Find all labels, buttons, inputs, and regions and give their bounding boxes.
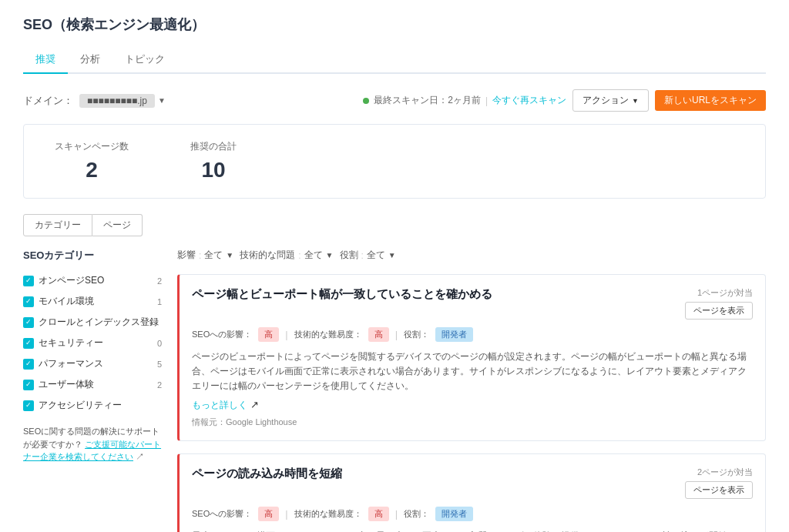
page-title: SEO（検索エンジン最適化） <box>23 15 766 34</box>
main-tabs: 推奨 分析 トピック <box>23 46 766 74</box>
sidebar-count-onpage: 2 <box>157 276 162 286</box>
page-count-1: 2ページが対当 <box>685 467 753 478</box>
filter-difficulty-chevron: ▼ <box>326 251 334 259</box>
card-meta-0: 1ページが対当 ページを表示 <box>685 287 753 320</box>
page-btn-0[interactable]: ページを表示 <box>685 302 753 320</box>
rec-card-0: ページ幅とビューポート幅が一致していることを確かめる 1ページが対当 ページを表… <box>177 274 766 441</box>
action-chevron: ▼ <box>632 97 639 105</box>
stats-box: スキャンページ数 2 推奨の合計 10 <box>23 124 766 199</box>
filter-bar: 影響 : 全て ▼ 技術的な問題 : 全て ▼ 役割 : 全て ▼ <box>177 249 766 262</box>
sidebar-label-onpage: オンページSEO <box>39 274 104 287</box>
domain-bar: ドメイン： ■■■■■■■■■.jp ▼ 最終スキャン日：2ヶ月前 | 今すぐ再… <box>23 89 766 112</box>
dropdown-chevron: ▼ <box>158 96 166 105</box>
sidebar-checkbox-accessibility[interactable] <box>23 400 34 411</box>
page-btn-1[interactable]: ページを表示 <box>685 481 753 499</box>
view-tab-category[interactable]: カテゴリー <box>23 214 92 236</box>
sidebar-label-performance: パフォーマンス <box>39 357 103 370</box>
stat-pages: スキャンページ数 2 <box>55 140 129 182</box>
card-desc-0: ページのビューポートによってページを閲覧するデバイスでのページの幅が設定されます… <box>192 350 753 394</box>
stat-pages-value: 2 <box>55 158 129 182</box>
stat-pages-label: スキャンページ数 <box>55 140 129 153</box>
card-header-1: ページの読み込み時間を短縮 2ページが対当 ページを表示 <box>192 467 753 499</box>
role-badge-1: 開発者 <box>435 507 473 521</box>
view-tab-page[interactable]: ページ <box>92 214 143 236</box>
sidebar-item-performance[interactable]: パフォーマンス 5 <box>23 353 162 374</box>
scan-date: 最終スキャン日：2ヶ月前 <box>374 94 481 107</box>
filter-impact[interactable]: 影響 : 全て ▼ <box>177 249 233 262</box>
filter-role[interactable]: 役割 : 全て ▼ <box>340 249 396 262</box>
card-header-0: ページ幅とビューポート幅が一致していることを確かめる 1ページが対当 ページを表… <box>192 287 753 320</box>
domain-left: ドメイン： ■■■■■■■■■.jp ▼ <box>23 94 166 108</box>
tab-recommendation[interactable]: 推奨 <box>23 46 68 74</box>
sidebar-label-security: セキュリティー <box>39 336 103 350</box>
page-count-0: 1ページが対当 <box>685 287 753 299</box>
sidebar-item-onpage[interactable]: オンページSEO 2 <box>23 270 162 291</box>
sidebar-label-mobile: モバイル環境 <box>39 295 94 308</box>
sidebar-item-ux[interactable]: ユーザー体験 2 <box>23 374 162 395</box>
badges-1: SEOへの影響： 高 | 技術的な難易度： 高 | 役割： 開発者 <box>192 507 753 521</box>
sidebar-label-crawl: クロールとインデックス登録 <box>39 316 159 329</box>
external-icon: ↗ <box>136 452 144 461</box>
sidebar-count-performance: 5 <box>157 360 162 369</box>
external-link-icon-0: ↗ <box>250 399 259 410</box>
sidebar-title: SEOカテゴリー <box>23 249 162 263</box>
domain-dropdown[interactable]: ■■■■■■■■■.jp ▼ <box>79 94 166 108</box>
rescan-link[interactable]: 今すぐ再スキャン <box>492 94 566 107</box>
sidebar-checkbox-crawl[interactable] <box>23 317 34 328</box>
content-area: SEOカテゴリー オンページSEO 2 モバイル環境 1 クロールとインデッ <box>23 249 766 532</box>
impact-badge-0: 高 <box>258 327 279 342</box>
filter-difficulty[interactable]: 技術的な問題 : 全て ▼ <box>240 249 333 262</box>
sidebar-checkbox-ux[interactable] <box>23 380 34 390</box>
sidebar-item-accessibility[interactable]: アクセシビリティー <box>23 395 162 416</box>
action-button[interactable]: アクション ▼ <box>572 89 649 112</box>
sidebar-checkbox-onpage[interactable] <box>23 276 34 286</box>
card-title-0: ページ幅とビューポート幅が一致していることを確かめる <box>192 287 492 302</box>
scan-button[interactable]: 新しいURLをスキャン <box>655 90 766 111</box>
domain-label: ドメイン： <box>23 94 73 108</box>
sidebar: SEOカテゴリー オンページSEO 2 モバイル環境 1 クロールとインデッ <box>23 249 162 532</box>
sidebar-item-crawl[interactable]: クロールとインデックス登録 <box>23 312 162 333</box>
filter-role-chevron: ▼ <box>388 251 396 259</box>
card-desc-1: 最大コンテンツ描画（LCP）とはページ内で最も大きい要素です。良質なユーザー体験… <box>192 529 753 532</box>
card-title-1: ページの読み込み時間を短縮 <box>192 467 342 481</box>
difficulty-badge-0: 高 <box>368 327 389 342</box>
status-dot <box>363 98 369 104</box>
stat-rec-value: 10 <box>190 158 237 182</box>
sidebar-label-ux: ユーザー体験 <box>39 378 94 391</box>
stat-rec-label: 推奨の合計 <box>190 140 237 153</box>
card-meta-1: 2ページが対当 ページを表示 <box>685 467 753 499</box>
sidebar-note: SEOに関する問題の解決にサポートが必要ですか？ ご支援可能なパートナー企業を検… <box>23 425 162 463</box>
sidebar-checkbox-performance[interactable] <box>23 359 34 370</box>
role-badge-0: 開発者 <box>435 327 473 342</box>
more-link-0[interactable]: もっと詳しく <box>192 400 247 410</box>
view-tabs: カテゴリー ページ <box>23 214 766 236</box>
impact-badge-1: 高 <box>258 507 279 521</box>
sidebar-checkbox-security[interactable] <box>23 338 34 349</box>
tab-analysis[interactable]: 分析 <box>68 46 112 74</box>
sidebar-label-accessibility: アクセシビリティー <box>39 399 122 412</box>
filter-impact-chevron: ▼ <box>226 251 233 259</box>
rec-card-1: ページの読み込み時間を短縮 2ページが対当 ページを表示 SEOへの影響： 高 … <box>177 453 766 532</box>
main-content: 影響 : 全て ▼ 技術的な問題 : 全て ▼ 役割 : 全て ▼ <box>177 249 766 532</box>
badges-0: SEOへの影響： 高 | 技術的な難易度： 高 | 役割： 開発者 <box>192 327 753 342</box>
tab-topic[interactable]: トピック <box>112 46 177 74</box>
sidebar-count-mobile: 1 <box>157 297 162 306</box>
sidebar-item-mobile[interactable]: モバイル環境 1 <box>23 291 162 312</box>
domain-value: ■■■■■■■■■.jp <box>79 94 155 108</box>
difficulty-badge-1: 高 <box>368 507 389 521</box>
scan-status: 最終スキャン日：2ヶ月前 | 今すぐ再スキャン <box>363 94 566 107</box>
sidebar-item-security[interactable]: セキュリティー 0 <box>23 333 162 353</box>
stat-recommendations: 推奨の合計 10 <box>190 140 237 182</box>
sidebar-count-security: 0 <box>157 339 162 348</box>
source-0: 情報元：Google Lighthouse <box>192 417 753 428</box>
sidebar-checkbox-mobile[interactable] <box>23 296 34 307</box>
sidebar-count-ux: 2 <box>157 380 162 390</box>
domain-right: 最終スキャン日：2ヶ月前 | 今すぐ再スキャン アクション ▼ 新しいURLをス… <box>363 89 766 112</box>
